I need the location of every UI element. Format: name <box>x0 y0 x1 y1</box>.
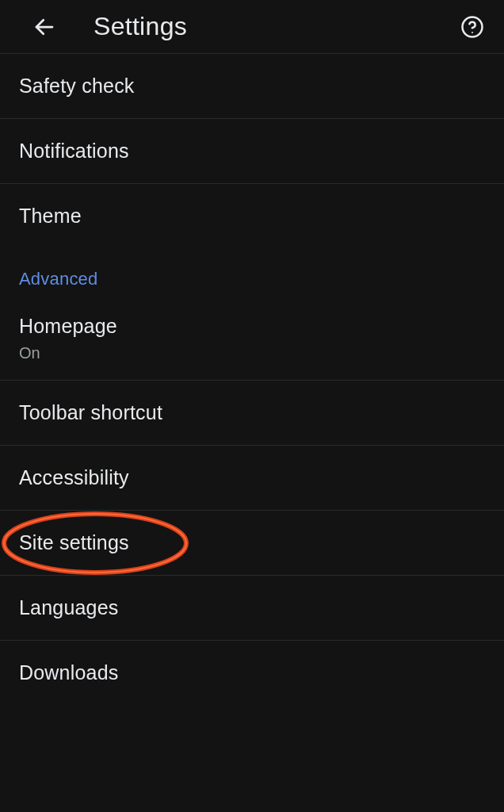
setting-item-toolbar-shortcut[interactable]: Toolbar shortcut <box>0 381 504 446</box>
setting-item-safety-check[interactable]: Safety check <box>0 54 504 119</box>
help-button[interactable] <box>456 11 488 43</box>
help-icon <box>460 15 484 39</box>
setting-item-label: Languages <box>19 596 485 619</box>
arrow-left-icon <box>32 15 56 39</box>
setting-item-label: Theme <box>19 205 485 228</box>
svg-point-2 <box>472 31 473 33</box>
setting-item-label: Site settings <box>19 531 485 554</box>
setting-item-site-settings[interactable]: Site settings <box>0 511 504 576</box>
setting-item-accessibility[interactable]: Accessibility <box>0 446 504 511</box>
setting-item-notifications[interactable]: Notifications <box>0 119 504 184</box>
setting-item-subtitle: On <box>19 344 485 362</box>
setting-item-homepage[interactable]: Homepage On <box>0 301 504 381</box>
setting-item-label: Homepage <box>19 315 485 338</box>
setting-item-theme[interactable]: Theme <box>0 184 504 248</box>
page-title: Settings <box>94 12 187 41</box>
header: Settings <box>0 0 504 54</box>
setting-item-downloads[interactable]: Downloads <box>0 641 504 705</box>
section-header-advanced: Advanced <box>0 248 504 301</box>
back-button[interactable] <box>29 11 60 43</box>
setting-item-label: Toolbar shortcut <box>19 401 485 424</box>
setting-item-label: Safety check <box>19 75 485 98</box>
settings-list: Safety check Notifications Theme Advance… <box>0 54 504 705</box>
setting-item-label: Accessibility <box>19 466 485 489</box>
setting-item-languages[interactable]: Languages <box>0 576 504 641</box>
setting-item-label: Downloads <box>19 661 485 684</box>
setting-item-label: Notifications <box>19 140 485 163</box>
